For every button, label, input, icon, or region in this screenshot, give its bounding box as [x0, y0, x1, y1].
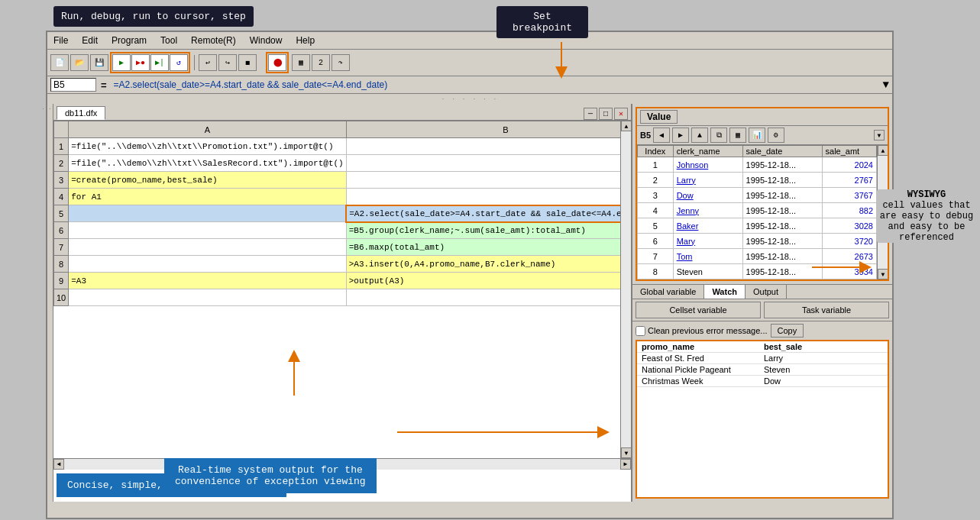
task-variable-btn[interactable]: Task variable	[764, 302, 889, 318]
cell-a6[interactable]	[69, 222, 346, 239]
cell-b6[interactable]: =B5.group(clerk_name;~.sum(sale_amt):tot…	[346, 222, 620, 239]
tab-db11[interactable]: db11.dfx	[57, 106, 105, 120]
val-clerk-5[interactable]: Baker	[673, 218, 742, 234]
row-number-7: 7	[54, 239, 69, 256]
clean-checkbox[interactable]	[636, 326, 645, 336]
val-clerk-3[interactable]: Dow	[673, 188, 742, 203]
toolbar-breakpoint-extra2[interactable]: 2	[312, 54, 330, 71]
val-clerk-6[interactable]: Mary	[673, 234, 742, 249]
restore-btn[interactable]: □	[599, 108, 613, 120]
toolbar-breakpoint-extra3[interactable]: ↷	[332, 54, 350, 71]
value-tab[interactable]: Value	[640, 110, 678, 124]
toolbar-breakpoint-extra1[interactable]: ▦	[292, 54, 310, 71]
val-btn-chart[interactable]: 📊	[749, 128, 765, 143]
menu-file[interactable]: File	[47, 34, 74, 47]
toolbar-btn-a[interactable]: ↩	[199, 54, 217, 71]
menu-program[interactable]: Program	[105, 34, 153, 47]
close-btn[interactable]: ✕	[614, 108, 628, 120]
val-btn-back[interactable]: ◀	[653, 128, 670, 143]
val-clerk-1[interactable]: Johnson	[673, 157, 742, 173]
cell-a7[interactable]	[69, 239, 346, 256]
toolbar-step[interactable]: ↺	[170, 54, 188, 71]
cell-b3[interactable]	[346, 172, 620, 189]
table-row: 10	[54, 289, 621, 306]
copy-button[interactable]: Copy	[771, 324, 804, 338]
menu-help[interactable]: Help	[289, 34, 321, 47]
cell-reference[interactable]: B5	[50, 78, 96, 92]
tab-output[interactable]: Output	[746, 285, 787, 299]
toolbar-set-breakpoint[interactable]: ⬤	[268, 54, 286, 71]
val-scrollbar-right[interactable]: ▼	[874, 130, 885, 140]
cell-b5[interactable]: =A2.select(sale_date>=A4.start_date && s…	[346, 205, 620, 222]
toolbar-save[interactable]: 💾	[90, 54, 108, 71]
vertical-scrollbar[interactable]: ▲ ▼	[620, 121, 631, 458]
toolbar-debug[interactable]: ▶●	[131, 54, 150, 71]
val-clerk-7[interactable]: Tom	[673, 249, 742, 264]
toolbar-open[interactable]: 📂	[70, 54, 89, 71]
cell-a1[interactable]: =file("..\\demo\\zh\\txt\\Promotion.txt"…	[69, 138, 346, 155]
col-header-b: B	[346, 121, 620, 138]
cell-b8[interactable]: >A3.insert(0,A4.promo_name,B7.clerk_name…	[346, 256, 620, 273]
val-clerk-4[interactable]: Jenny	[673, 203, 742, 218]
menu-remote[interactable]: Remote(R)	[185, 34, 242, 47]
cell-b4[interactable]	[346, 189, 620, 205]
cell-b10[interactable]	[346, 289, 620, 306]
cell-a9[interactable]: =A3	[69, 273, 346, 289]
scroll-track[interactable]	[621, 131, 631, 447]
menu-edit[interactable]: Edit	[76, 34, 104, 47]
resize-handle[interactable]: · · · · · ·	[47, 94, 892, 104]
val-btn-up[interactable]: ▲	[691, 128, 708, 143]
toolbar-new[interactable]: 📄	[50, 54, 69, 71]
val-btn-extra[interactable]: ⚙	[768, 128, 784, 143]
scroll-right-btn[interactable]: ▶	[620, 459, 631, 470]
cell-a3[interactable]: =create(promo_name,best_sale)	[69, 172, 346, 189]
cellset-variable-btn[interactable]: Cellset variable	[636, 302, 761, 318]
val-amt-2: 2767	[822, 173, 876, 188]
cell-a8[interactable]	[69, 256, 346, 273]
cell-a4[interactable]: for A1	[69, 189, 346, 205]
val-btn-copy[interactable]: ⧉	[710, 128, 727, 143]
val-btn-forward[interactable]: ▶	[672, 128, 689, 143]
clean-checkbox-container[interactable]: Clean previous error message...	[636, 326, 768, 336]
val-date-6: 1995-12-18...	[742, 234, 822, 249]
row-number-1: 1	[54, 138, 69, 155]
formula-down-arrow[interactable]: ▼	[883, 79, 889, 91]
output-row-1: Feast of St. Fred Larry	[637, 353, 888, 364]
toolbar-btn-b[interactable]: ↪	[218, 54, 237, 71]
output-row2-col2: Steven	[759, 364, 888, 376]
value-row: 1 Johnson 1995-12-18... 2024	[638, 157, 877, 173]
toolbar-run[interactable]: ▶	[112, 54, 131, 71]
cell-b2[interactable]	[346, 155, 620, 172]
toolbar-breakpoint-group: ⬤	[266, 52, 289, 73]
val-idx-1: 1	[638, 157, 674, 173]
table-row: 9 =A3 >output(A3)	[54, 273, 621, 289]
cell-a2[interactable]: =file("..\\demo\\zh\\txt\\SalesRecord.tx…	[69, 155, 346, 172]
val-clerk-2[interactable]: Larry	[673, 173, 742, 188]
bottom-tab-bar: Global variable Watch Output	[632, 284, 892, 299]
table-row: 1 =file("..\\demo\\zh\\txt\\Promotion.tx…	[54, 138, 621, 155]
menu-tool[interactable]: Tool	[154, 34, 183, 47]
vscroll-down[interactable]: ▼	[878, 269, 888, 279]
minimize-btn[interactable]: ─	[584, 108, 597, 120]
row-number-3: 3	[54, 172, 69, 189]
cell-a10[interactable]	[69, 289, 346, 306]
scroll-up-btn[interactable]: ▲	[621, 121, 631, 131]
cell-b1[interactable]	[346, 138, 620, 155]
val-btn-table[interactable]: ▦	[729, 128, 746, 143]
cell-b7[interactable]: =B6.maxp(total_amt)	[346, 239, 620, 256]
tab-watch[interactable]: Watch	[704, 285, 746, 299]
toolbar-btn-c[interactable]: ◼	[238, 54, 257, 71]
val-idx-5: 5	[638, 218, 674, 234]
output-table: promo_name best_sale Feast of St. Fred L…	[637, 341, 888, 387]
scroll-left-btn[interactable]: ◀	[53, 459, 64, 470]
toolbar-run-cursor[interactable]: ▶|	[150, 54, 169, 71]
cell-a5[interactable]	[69, 205, 346, 222]
cell-b9[interactable]: >output(A3)	[346, 273, 620, 289]
tab-global-variable[interactable]: Global variable	[632, 285, 704, 299]
table-row: 5 =A2.select(sale_date>=A4.start_date &&…	[54, 205, 621, 222]
scroll-down-btn[interactable]: ▼	[621, 447, 631, 458]
val-amt-6: 3720	[822, 234, 876, 249]
output-row-3: Christmas Week Dow	[637, 376, 888, 387]
vscroll-up[interactable]: ▲	[878, 145, 888, 156]
menu-window[interactable]: Window	[244, 34, 289, 47]
